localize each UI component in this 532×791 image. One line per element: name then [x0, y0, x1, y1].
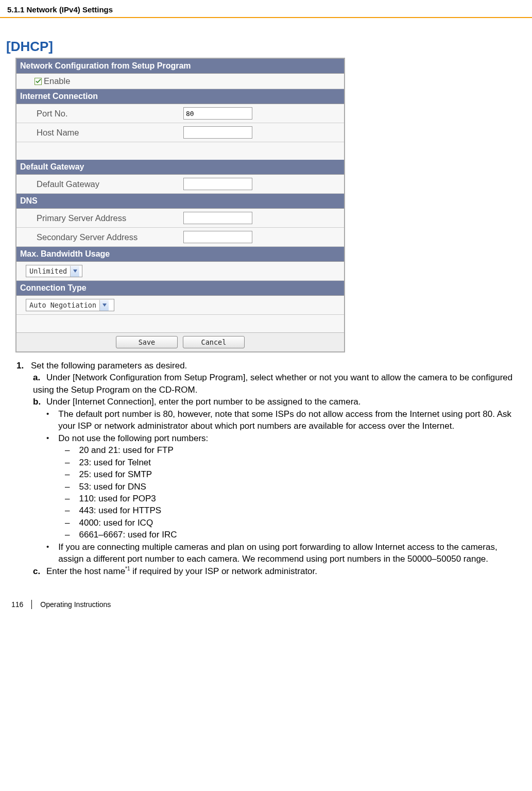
- row-primary-dns: Primary Server Address: [16, 209, 344, 228]
- check-icon: [36, 78, 41, 84]
- input-port-no[interactable]: [183, 107, 252, 120]
- select-conn-type-value: Auto Negotiation: [29, 301, 96, 309]
- step-1b-bullet-1: The default port number is 80, however, …: [58, 408, 524, 432]
- save-button[interactable]: Save: [116, 336, 178, 348]
- list-item: 20 and 21: used for FTP: [65, 444, 524, 456]
- list-item: 110: used for POP3: [65, 493, 524, 504]
- list-item: 25: used for SMTP: [65, 468, 524, 480]
- row-gateway: Default Gateway: [16, 175, 344, 194]
- panel-footer: Save Cancel: [16, 332, 344, 351]
- step-1c: Enter the host name*1 if required by you…: [46, 566, 317, 576]
- port-restrictions-list: 20 and 21: used for FTP23: used for Teln…: [16, 444, 524, 541]
- instructions: 1.Set the following parameters as desire…: [16, 360, 524, 577]
- step-1b: Under [Internet Connection], enter the p…: [46, 397, 361, 407]
- input-host-name[interactable]: [183, 126, 252, 139]
- row-enable: Enable: [16, 74, 344, 89]
- label-default-gateway: Default Gateway: [35, 175, 181, 193]
- list-item: 443: used for HTTPS: [65, 504, 524, 516]
- row-bandwidth: Unlimited: [16, 262, 344, 281]
- chevron-down-icon: [99, 300, 109, 311]
- divider: [31, 600, 32, 609]
- list-item: 53: used for DNS: [65, 481, 524, 493]
- input-primary-dns[interactable]: [183, 212, 252, 224]
- label-primary-dns: Primary Server Address: [35, 209, 181, 227]
- list-item: 23: used for Telnet: [65, 457, 524, 468]
- input-default-gateway[interactable]: [183, 178, 252, 190]
- select-bandwidth[interactable]: Unlimited: [26, 265, 82, 277]
- step-1a: Under [Network Configuration from Setup …: [33, 373, 512, 394]
- section-header-netconfig: Network Configuration from Setup Program: [16, 59, 344, 74]
- list-item: 6661–6667: used for IRC: [65, 529, 524, 541]
- section-header-conn-type: Connection Type: [16, 281, 344, 296]
- divider-orange: [0, 17, 532, 18]
- list-item: 4000: used for ICQ: [65, 517, 524, 529]
- select-bandwidth-value: Unlimited: [29, 267, 67, 275]
- doc-name: Operating Instructions: [40, 600, 111, 609]
- section-header-bandwidth: Max. Bandwidth Usage: [16, 247, 344, 262]
- checkbox-enable[interactable]: [35, 78, 42, 85]
- spacer: [16, 315, 344, 332]
- select-conn-type[interactable]: Auto Negotiation: [26, 299, 114, 311]
- page-number: 116: [11, 600, 23, 609]
- cancel-button[interactable]: Cancel: [183, 336, 245, 348]
- label-enable: Enable: [44, 76, 70, 86]
- page-section-header: 5.1.1 Network (IPv4) Settings: [6, 5, 526, 17]
- chevron-down-icon: [70, 266, 79, 277]
- row-port: Port No.: [16, 104, 344, 123]
- row-conn-type: Auto Negotiation: [16, 296, 344, 315]
- section-header-dns: DNS: [16, 194, 344, 209]
- step-1: Set the following parameters as desired.: [31, 361, 187, 371]
- spacer: [16, 142, 344, 160]
- page-footer: 116 Operating Instructions: [6, 600, 526, 618]
- step-1b-bullet-3: If you are connecting multiple cameras a…: [58, 541, 524, 565]
- label-secondary-dns: Secondary Server Address: [35, 228, 181, 246]
- settings-panel: Network Configuration from Setup Program…: [15, 58, 345, 352]
- section-header-gateway: Default Gateway: [16, 160, 344, 175]
- row-host: Host Name: [16, 123, 344, 142]
- section-header-internet: Internet Connection: [16, 89, 344, 104]
- row-secondary-dns: Secondary Server Address: [16, 228, 344, 247]
- label-port-no: Port No.: [35, 105, 181, 123]
- page-title: [DHCP]: [6, 39, 526, 55]
- label-host-name: Host Name: [35, 124, 181, 142]
- step-1b-bullet-2: Do not use the following port numbers:: [58, 432, 524, 444]
- input-secondary-dns[interactable]: [183, 231, 252, 243]
